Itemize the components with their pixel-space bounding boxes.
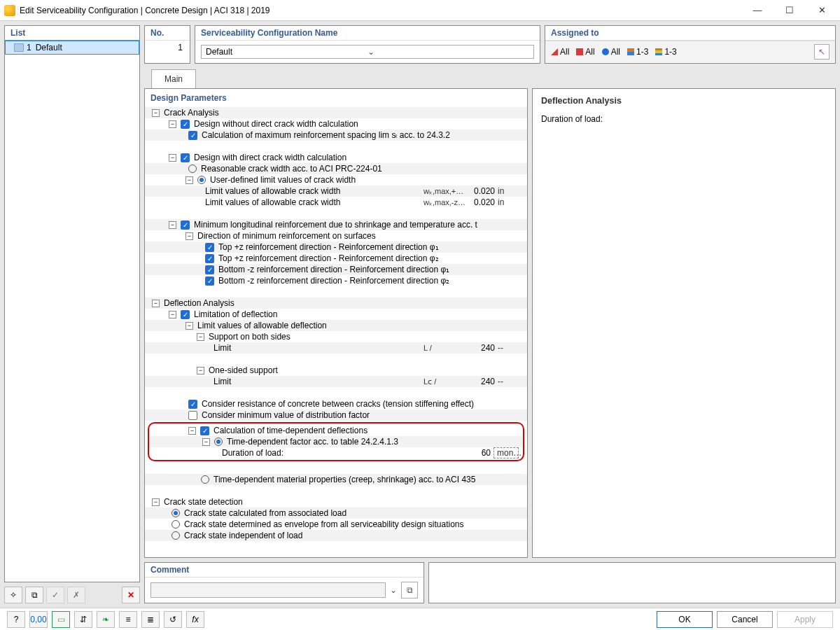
radio[interactable] [188,164,197,173]
help-text: Duration of load: [541,114,827,124]
assigned-tag-4[interactable]: 1-3 [627,47,648,57]
checkbox[interactable]: ✓ [188,131,197,140]
collapse-icon[interactable]: − [152,300,160,307]
no-label: No. [145,26,190,41]
duration-input[interactable]: 60 [461,448,493,458]
collapse-icon[interactable]: − [197,367,204,374]
collapse-icon[interactable]: − [169,154,176,162]
collapse-icon[interactable]: − [186,176,193,184]
tree-button[interactable]: ⇵ [74,611,92,628]
checkbox[interactable]: ✓ [205,254,214,263]
name-input[interactable]: Default ⌄ [201,45,534,59]
db-button[interactable]: ≡ [119,611,137,628]
collapse-icon[interactable]: − [169,221,176,229]
list-item-name: Default [36,43,62,52]
assigned-label: Assigned to [545,26,835,41]
collapse-icon[interactable]: − [169,311,176,318]
value-input[interactable]: 0.020 [465,186,498,196]
help-pane: Deflection Analysis Duration of load: [532,88,836,558]
group-deflection-analysis: Deflection Analysis [164,298,523,308]
assigned-tag-1[interactable]: All [551,47,569,57]
assigned-tag-5[interactable]: 1-3 [655,47,676,57]
comment-input[interactable] [150,582,386,598]
assigned-body: All All All 1-3 1-3 ↖ [545,41,835,62]
group-crack-state: Crack state detection [164,497,523,507]
help-button[interactable]: ? [7,611,25,628]
uncheck-all-button[interactable]: ✗ [67,587,85,603]
undo-button[interactable]: ↺ [164,611,182,628]
collapse-icon[interactable]: − [188,427,196,435]
checkbox[interactable]: ✓ [181,153,190,162]
list-item-no: 1 [27,43,31,52]
section-design-parameters: Design Parameters [145,89,527,107]
checkbox[interactable]: ✓ [188,411,197,420]
close-button[interactable]: ✕ [812,5,832,15]
duration-unit[interactable]: mon… [493,447,519,458]
checkbox[interactable]: ✓ [181,120,190,129]
checkbox[interactable]: ✓ [188,400,197,409]
checkbox[interactable]: ✓ [181,310,190,319]
radio[interactable] [172,520,180,528]
footer: ? 0,00 ▭ ⇵ ❧ ≡ ≣ ↺ fx OK Cancel Apply [0,608,840,630]
chevron-down-icon[interactable]: ⌄ [390,585,397,595]
window-title: Edit Serviceability Configuration | Conc… [20,6,270,15]
assign-picker-button[interactable]: ↖ [814,44,830,59]
ok-button[interactable]: OK [657,611,713,628]
radio[interactable] [197,176,206,184]
tab-main[interactable]: Main [151,69,196,88]
value-input[interactable]: 240 [465,343,498,353]
radio[interactable] [172,531,180,540]
parameters-tree: Design Parameters −Crack Analysis −✓Desi… [144,88,528,558]
list-item[interactable]: 1 Default [5,41,139,55]
leaf-button[interactable]: ❧ [97,611,115,628]
check-all-button[interactable]: ✓ [46,587,64,603]
radio[interactable] [172,509,180,517]
comment-label: Comment [145,563,424,578]
new-button[interactable]: ✧ [4,587,22,603]
collapse-icon[interactable]: − [197,333,204,341]
list-header: List [4,25,140,41]
radio[interactable] [214,438,223,446]
list-item-icon [14,43,24,52]
help-title: Deflection Analysis [541,96,827,106]
cancel-button[interactable]: Cancel [717,611,773,628]
copy-button[interactable]: ⧉ [25,587,43,603]
collapse-icon[interactable]: − [202,438,210,446]
maximize-button[interactable]: ☐ [780,5,799,15]
view-button[interactable]: ▭ [52,611,70,628]
db2-button[interactable]: ≣ [141,611,160,628]
name-label: Serviceability Configuration Name [195,26,540,41]
collapse-icon[interactable]: − [186,322,193,330]
checkbox[interactable]: ✓ [181,220,190,230]
no-value: 1 [145,41,190,55]
value-input[interactable]: 0.020 [465,197,498,207]
checkbox[interactable]: ✓ [205,276,214,286]
highlight-box: −✓Calculation of time-dependent deflecti… [148,422,524,461]
list-body: 1 Default [4,41,140,582]
value-input[interactable]: 240 [465,377,498,386]
units-button[interactable]: 0,00 [29,611,48,628]
minimize-button[interactable]: — [748,5,767,15]
chevron-down-icon[interactable]: ⌄ [368,47,529,57]
collapse-icon[interactable]: − [152,109,160,117]
assigned-tag-3[interactable]: All [602,47,620,57]
fx-button[interactable]: fx [186,611,204,628]
apply-button[interactable]: Apply [777,611,833,628]
group-crack-analysis: Crack Analysis [164,108,523,118]
radio[interactable] [201,475,209,484]
collapse-icon[interactable]: − [152,498,160,506]
assigned-tag-2[interactable]: All [576,47,594,57]
app-icon [4,5,15,16]
delete-button[interactable]: ✕ [122,587,140,603]
name-value: Default [206,47,368,57]
checkbox[interactable]: ✓ [205,265,214,274]
collapse-icon[interactable]: − [169,120,176,128]
title-bar: Edit Serviceability Configuration | Conc… [0,0,840,21]
collapse-icon[interactable]: − [186,232,193,240]
checkbox[interactable]: ✓ [205,243,214,252]
checkbox[interactable]: ✓ [200,426,209,435]
comment-library-button[interactable]: ⧉ [401,582,418,598]
